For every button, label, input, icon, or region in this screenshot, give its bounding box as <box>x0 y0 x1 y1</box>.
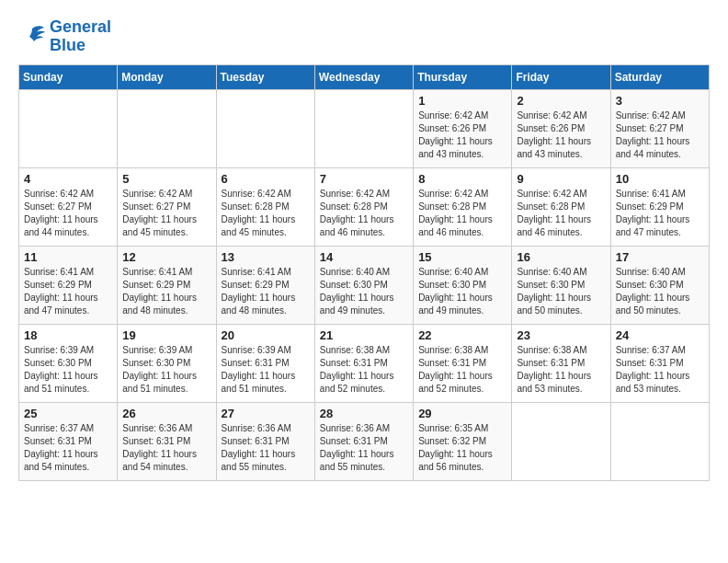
calendar-cell: 4Sunrise: 6:42 AMSunset: 6:27 PMDaylight… <box>19 167 118 246</box>
day-number: 15 <box>418 250 506 264</box>
calendar-week-2: 4Sunrise: 6:42 AMSunset: 6:27 PMDaylight… <box>19 167 710 246</box>
day-number: 2 <box>517 94 605 108</box>
calendar-cell: 24Sunrise: 6:37 AMSunset: 6:31 PMDayligh… <box>610 324 709 402</box>
day-number: 5 <box>122 172 210 186</box>
calendar-cell <box>216 89 314 167</box>
calendar-cell: 12Sunrise: 6:41 AMSunset: 6:29 PMDayligh… <box>118 246 216 324</box>
day-info: Sunrise: 6:38 AMSunset: 6:31 PMDaylight:… <box>517 344 605 396</box>
day-info: Sunrise: 6:40 AMSunset: 6:30 PMDaylight:… <box>616 266 704 317</box>
calendar-cell: 18Sunrise: 6:39 AMSunset: 6:30 PMDayligh… <box>19 324 118 402</box>
col-header-wednesday: Wednesday <box>314 64 413 89</box>
day-info: Sunrise: 6:42 AMSunset: 6:27 PMDaylight:… <box>122 188 210 239</box>
day-info: Sunrise: 6:42 AMSunset: 6:28 PMDaylight:… <box>517 188 605 239</box>
day-info: Sunrise: 6:42 AMSunset: 6:27 PMDaylight:… <box>616 109 704 161</box>
day-info: Sunrise: 6:41 AMSunset: 6:29 PMDaylight:… <box>616 188 704 239</box>
calendar-cell: 11Sunrise: 6:41 AMSunset: 6:29 PMDayligh… <box>19 246 118 324</box>
col-header-monday: Monday <box>118 64 216 89</box>
calendar-header-row: SundayMondayTuesdayWednesdayThursdayFrid… <box>19 64 710 89</box>
calendar-week-3: 11Sunrise: 6:41 AMSunset: 6:29 PMDayligh… <box>19 246 710 324</box>
day-number: 19 <box>122 328 210 342</box>
day-info: Sunrise: 6:40 AMSunset: 6:30 PMDaylight:… <box>418 266 506 317</box>
col-header-friday: Friday <box>512 64 610 89</box>
day-info: Sunrise: 6:42 AMSunset: 6:28 PMDaylight:… <box>320 188 408 239</box>
calendar-cell <box>118 89 216 167</box>
day-info: Sunrise: 6:39 AMSunset: 6:30 PMDaylight:… <box>122 344 210 396</box>
day-number: 27 <box>222 407 310 420</box>
day-info: Sunrise: 6:41 AMSunset: 6:29 PMDaylight:… <box>122 266 210 317</box>
day-info: Sunrise: 6:35 AMSunset: 6:32 PMDaylight:… <box>418 422 506 474</box>
calendar-cell: 26Sunrise: 6:36 AMSunset: 6:31 PMDayligh… <box>118 402 216 480</box>
day-info: Sunrise: 6:42 AMSunset: 6:26 PMDaylight:… <box>517 109 605 161</box>
day-number: 7 <box>320 172 408 186</box>
day-number: 22 <box>418 328 506 342</box>
calendar-cell: 1Sunrise: 6:42 AMSunset: 6:26 PMDaylight… <box>414 89 512 167</box>
day-number: 6 <box>222 172 310 186</box>
calendar-cell: 27Sunrise: 6:36 AMSunset: 6:31 PMDayligh… <box>216 402 314 480</box>
calendar-cell: 15Sunrise: 6:40 AMSunset: 6:30 PMDayligh… <box>414 246 512 324</box>
day-info: Sunrise: 6:39 AMSunset: 6:30 PMDaylight:… <box>24 344 112 396</box>
day-number: 16 <box>517 250 605 264</box>
calendar-cell: 10Sunrise: 6:41 AMSunset: 6:29 PMDayligh… <box>610 167 709 246</box>
logo: General Blue <box>18 18 111 55</box>
calendar-cell <box>610 402 709 480</box>
col-header-thursday: Thursday <box>414 64 512 89</box>
day-info: Sunrise: 6:42 AMSunset: 6:27 PMDaylight:… <box>24 188 112 239</box>
day-info: Sunrise: 6:39 AMSunset: 6:31 PMDaylight:… <box>222 344 310 396</box>
calendar-cell: 28Sunrise: 6:36 AMSunset: 6:31 PMDayligh… <box>314 402 413 480</box>
logo-icon <box>18 24 46 50</box>
day-info: Sunrise: 6:41 AMSunset: 6:29 PMDaylight:… <box>222 266 310 317</box>
day-number: 9 <box>517 172 605 186</box>
col-header-tuesday: Tuesday <box>216 64 314 89</box>
day-number: 14 <box>320 250 408 264</box>
calendar-cell <box>314 89 413 167</box>
day-number: 3 <box>616 94 704 108</box>
calendar-cell: 25Sunrise: 6:37 AMSunset: 6:31 PMDayligh… <box>19 402 118 480</box>
calendar-cell: 3Sunrise: 6:42 AMSunset: 6:27 PMDaylight… <box>610 89 709 167</box>
calendar-cell: 17Sunrise: 6:40 AMSunset: 6:30 PMDayligh… <box>610 246 709 324</box>
calendar-cell: 9Sunrise: 6:42 AMSunset: 6:28 PMDaylight… <box>512 167 610 246</box>
day-number: 25 <box>24 407 112 420</box>
day-number: 1 <box>418 94 506 108</box>
day-info: Sunrise: 6:40 AMSunset: 6:30 PMDaylight:… <box>320 266 408 317</box>
calendar-cell: 6Sunrise: 6:42 AMSunset: 6:28 PMDaylight… <box>216 167 314 246</box>
day-info: Sunrise: 6:36 AMSunset: 6:31 PMDaylight:… <box>222 422 310 474</box>
calendar-cell: 19Sunrise: 6:39 AMSunset: 6:30 PMDayligh… <box>118 324 216 402</box>
day-number: 4 <box>24 172 112 186</box>
day-number: 24 <box>616 328 704 342</box>
day-number: 28 <box>320 407 408 420</box>
calendar-cell: 5Sunrise: 6:42 AMSunset: 6:27 PMDaylight… <box>118 167 216 246</box>
calendar-cell: 21Sunrise: 6:38 AMSunset: 6:31 PMDayligh… <box>314 324 413 402</box>
calendar-cell: 16Sunrise: 6:40 AMSunset: 6:30 PMDayligh… <box>512 246 610 324</box>
calendar-cell: 29Sunrise: 6:35 AMSunset: 6:32 PMDayligh… <box>414 402 512 480</box>
day-number: 17 <box>616 250 704 264</box>
day-number: 18 <box>24 328 112 342</box>
day-number: 23 <box>517 328 605 342</box>
logo-text: General Blue <box>50 18 111 55</box>
calendar-cell: 8Sunrise: 6:42 AMSunset: 6:28 PMDaylight… <box>414 167 512 246</box>
calendar-cell: 7Sunrise: 6:42 AMSunset: 6:28 PMDaylight… <box>314 167 413 246</box>
day-info: Sunrise: 6:36 AMSunset: 6:31 PMDaylight:… <box>122 422 210 474</box>
day-info: Sunrise: 6:37 AMSunset: 6:31 PMDaylight:… <box>24 422 112 474</box>
page-header: General Blue <box>18 18 710 55</box>
day-info: Sunrise: 6:42 AMSunset: 6:28 PMDaylight:… <box>222 188 310 239</box>
day-info: Sunrise: 6:38 AMSunset: 6:31 PMDaylight:… <box>418 344 506 396</box>
day-info: Sunrise: 6:42 AMSunset: 6:28 PMDaylight:… <box>418 188 506 239</box>
calendar-cell: 14Sunrise: 6:40 AMSunset: 6:30 PMDayligh… <box>314 246 413 324</box>
calendar-cell: 13Sunrise: 6:41 AMSunset: 6:29 PMDayligh… <box>216 246 314 324</box>
col-header-sunday: Sunday <box>19 64 118 89</box>
day-info: Sunrise: 6:41 AMSunset: 6:29 PMDaylight:… <box>24 266 112 317</box>
calendar-week-5: 25Sunrise: 6:37 AMSunset: 6:31 PMDayligh… <box>19 402 710 480</box>
calendar-cell <box>512 402 610 480</box>
day-info: Sunrise: 6:40 AMSunset: 6:30 PMDaylight:… <box>517 266 605 317</box>
day-number: 20 <box>222 328 310 342</box>
calendar-cell: 22Sunrise: 6:38 AMSunset: 6:31 PMDayligh… <box>414 324 512 402</box>
day-number: 12 <box>122 250 210 264</box>
calendar-week-4: 18Sunrise: 6:39 AMSunset: 6:30 PMDayligh… <box>19 324 710 402</box>
day-number: 29 <box>418 407 506 420</box>
calendar-cell: 2Sunrise: 6:42 AMSunset: 6:26 PMDaylight… <box>512 89 610 167</box>
day-number: 10 <box>616 172 704 186</box>
day-info: Sunrise: 6:36 AMSunset: 6:31 PMDaylight:… <box>320 422 408 474</box>
day-number: 8 <box>418 172 506 186</box>
day-info: Sunrise: 6:42 AMSunset: 6:26 PMDaylight:… <box>418 109 506 161</box>
day-number: 26 <box>122 407 210 420</box>
